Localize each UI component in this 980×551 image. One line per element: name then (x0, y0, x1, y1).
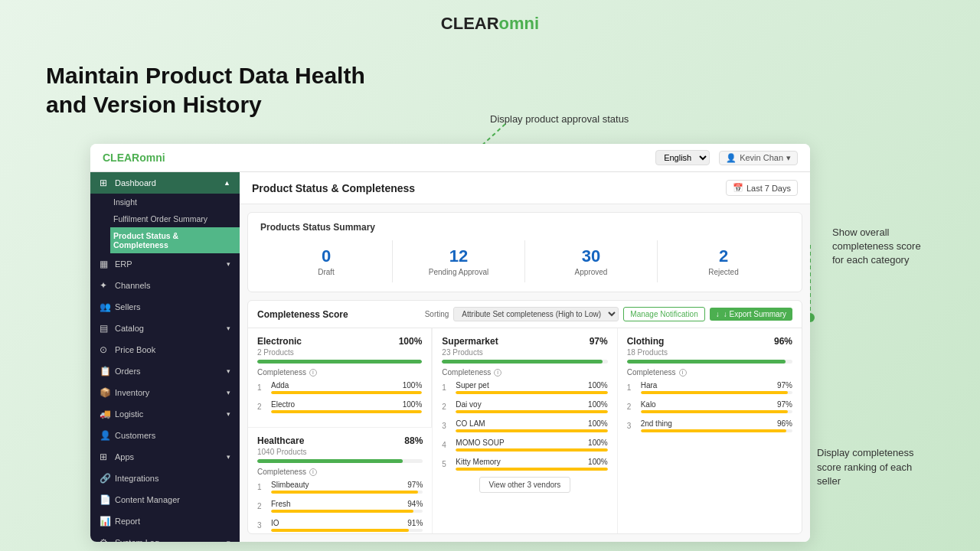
seller-row: 2 Dai voy100% (442, 400, 607, 413)
sidebar-item-report[interactable]: 📊 Report (90, 510, 240, 532)
annotation-ranking: Display completenessscore ranking of eac… (817, 446, 959, 488)
app-body: ⊞ Dashboard ▲ Insight Fulfilment Order S… (90, 172, 810, 542)
seller-row: 2 Fresh94% (257, 500, 423, 513)
supermarket-bar-bg (442, 360, 607, 364)
healthcare-bar-fill (257, 459, 403, 463)
logistic-icon: 🚚 (100, 409, 110, 419)
app-header: CLEARomni English 👤 Kevin Chan ▾ (90, 144, 810, 172)
user-icon: 👤 (726, 153, 737, 163)
sorting-label: Sorting (425, 310, 449, 318)
col-electronic-healthcare: Electronic 100% 2 Products Completeness … (248, 328, 433, 534)
dashboard-icon: ⊞ (100, 178, 110, 188)
category-clothing: Clothing 96% 18 Products Completeness i (618, 328, 802, 534)
clothing-products: 18 Products (627, 348, 792, 357)
approved-label: Approved (525, 268, 657, 276)
sidebar-item-fulfillment[interactable]: Fulfilment Order Summary (110, 210, 240, 227)
seller-row: 1 Slimbeauty97% (257, 481, 423, 494)
calendar-icon: 📅 (733, 183, 743, 193)
electronic-score: 100% (399, 336, 423, 347)
annotation-approval: Display product approval status (490, 113, 629, 125)
system-log-icon: ⚙ (100, 537, 110, 542)
export-summary-button[interactable]: ↓ ↓ Export Summary (710, 308, 792, 321)
sidebar-item-logistic[interactable]: 🚚 Logistic ▾ (90, 403, 240, 425)
healthcare-sellers: 1 Slimbeauty97% 2 Fresh94% (257, 481, 423, 534)
healthcare-score: 88% (404, 435, 423, 446)
sidebar-item-price-book[interactable]: ⊙ Price Book (90, 339, 240, 360)
supermarket-bar-fill (442, 360, 603, 364)
electronic-name: Electronic (257, 336, 302, 347)
view-others-button[interactable]: View other 3 vendors (479, 477, 571, 493)
sidebar-sub-dashboard: Insight Fulfilment Order Summary Product… (90, 194, 240, 253)
sidebar-item-insight[interactable]: Insight (110, 194, 240, 210)
chevron-down-icon: ▾ (227, 389, 230, 396)
draft-label: Draft (260, 268, 392, 276)
completeness-header: Completeness Score Sorting Attribute Set… (248, 301, 802, 328)
clothing-score: 96% (774, 336, 792, 347)
pending-label: Pending Approval (393, 268, 524, 276)
supermarket-sellers: 1 Super pet100% 2 Dai voy100% (442, 381, 607, 471)
main-heading: Maintain Product Data Health and Version… (46, 61, 365, 119)
status-cards: 0 Draft 12 Pending Approval 30 Approved … (260, 240, 789, 282)
info-icon: i (309, 369, 317, 377)
completeness-sub: Completeness i (257, 468, 423, 476)
healthcare-name: Healthcare (257, 435, 304, 446)
language-select[interactable]: English (655, 150, 710, 165)
date-badge[interactable]: 📅 Last 7 Days (726, 180, 798, 196)
healthcare-bar-bg (257, 459, 423, 463)
sidebar-item-customers[interactable]: 👤 Customers (90, 425, 240, 446)
user-badge[interactable]: 👤 Kevin Chan ▾ (719, 151, 798, 165)
approved-count: 30 (525, 246, 657, 266)
annotation-completeness: Show overallcompleteness scorefor each c… (832, 226, 959, 268)
healthcare-products: 1040 Products (257, 448, 423, 456)
page-title: Product Status & Completeness (252, 182, 415, 194)
completeness-sub: Completeness i (627, 368, 792, 377)
sidebar-item-channels[interactable]: ✦ Channels (90, 275, 240, 296)
status-card-approved: 30 Approved (525, 240, 658, 282)
inventory-icon: 📦 (100, 387, 110, 398)
sidebar-item-content-manager[interactable]: 📄 Content Manager (90, 489, 240, 510)
sidebar-item-erp[interactable]: ▦ ERP ▾ (90, 253, 240, 275)
clothing-bar-fill (627, 360, 786, 364)
sidebar-item-inventory[interactable]: 📦 Inventory ▾ (90, 382, 240, 403)
price-book-icon: ⊙ (100, 344, 110, 355)
sidebar-item-sellers[interactable]: 👥 Sellers (90, 296, 240, 318)
app-logo: CLEARomni (103, 152, 165, 164)
sidebar-item-system-log[interactable]: ⚙ System Log ▾ (90, 532, 240, 542)
page-header: Product Status & Completeness 📅 Last 7 D… (240, 172, 810, 204)
seller-row: 3 2nd thing96% (627, 419, 792, 432)
main-content: Product Status & Completeness 📅 Last 7 D… (240, 172, 810, 542)
sidebar-item-apps[interactable]: ⊞ Apps ▾ (90, 446, 240, 468)
chevron-down-icon: ▾ (227, 453, 230, 461)
completeness-section: Completeness Score Sorting Attribute Set… (247, 300, 802, 534)
clothing-sellers: 1 Hara97% 2 Kalo97% (627, 381, 792, 432)
chevron-down-icon: ▾ (227, 324, 230, 332)
chevron-down-icon: ▾ (227, 539, 230, 542)
category-electronic: Electronic 100% 2 Products Completeness … (248, 328, 432, 427)
manage-notification-button[interactable]: Manage Notification (623, 307, 704, 321)
electronic-bar-fill (257, 360, 422, 364)
catalog-icon: ▤ (100, 323, 110, 334)
status-summary-title: Products Status Summary (260, 222, 789, 233)
seller-row: 1 Hara97% (627, 381, 792, 394)
draft-count: 0 (260, 246, 392, 266)
chevron-down-icon: ▾ (227, 260, 230, 268)
status-card-rejected: 2 Rejected (658, 240, 789, 282)
top-logo: CLEARomni (0, 0, 980, 41)
sidebar-item-orders[interactable]: 📋 Orders ▾ (90, 360, 240, 382)
sidebar-item-integrations[interactable]: 🔗 Integrations (90, 468, 240, 489)
sidebar-item-catalog[interactable]: ▤ Catalog ▾ (90, 318, 240, 339)
status-card-draft: 0 Draft (260, 240, 393, 282)
chevron-down-icon: ▾ (786, 153, 791, 163)
sidebar: ⊞ Dashboard ▲ Insight Fulfilment Order S… (90, 172, 240, 542)
sidebar-item-product-status[interactable]: Product Status & Completeness (110, 227, 240, 253)
sidebar-item-dashboard[interactable]: ⊞ Dashboard ▲ (90, 172, 240, 194)
status-summary: Products Status Summary 0 Draft 12 Pendi… (247, 212, 802, 292)
pending-count: 12 (393, 246, 524, 266)
info-icon: i (494, 369, 501, 377)
customers-icon: 👤 (100, 430, 110, 441)
apps-icon: ⊞ (100, 452, 110, 462)
orders-icon: 📋 (100, 366, 110, 377)
seller-row: 2 Kalo97% (627, 400, 792, 413)
sort-select[interactable]: Attribute Set completeness (High to Low) (453, 307, 619, 321)
app-window: CLEARomni English 👤 Kevin Chan ▾ ⊞ Dashb… (90, 144, 810, 542)
